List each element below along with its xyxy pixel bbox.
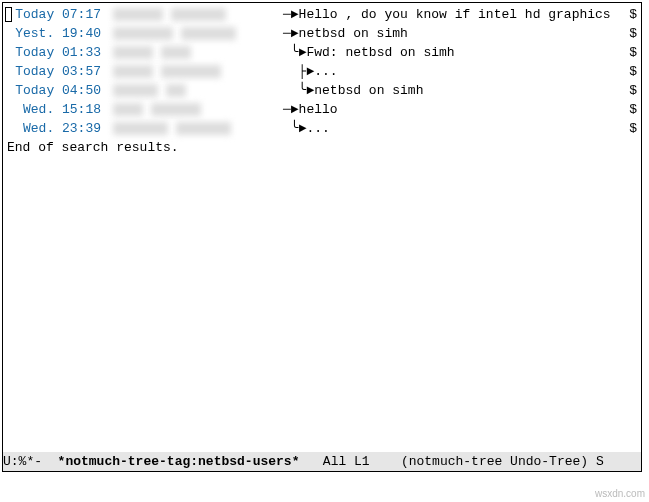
message-row[interactable]: Today 07:17 ─► Hello , do you know if in… [3, 5, 641, 24]
author [113, 5, 283, 24]
author [113, 119, 283, 138]
message-row[interactable]: Today 03:57 ├► ... $ [3, 62, 641, 81]
overflow-indicator: $ [629, 5, 637, 24]
subject: ... [306, 119, 641, 138]
datetime: Wed. 15:18 [3, 100, 113, 119]
message-row[interactable]: Wed. 15:18 ─► hello $ [3, 100, 641, 119]
thread-tree: ─► [283, 100, 299, 119]
message-row[interactable]: Today 04:50 ╰► netbsd on simh $ [3, 81, 641, 100]
message-row[interactable]: Yest. 19:40 ─► netbsd on simh $ [3, 24, 641, 43]
overflow-indicator: $ [629, 62, 637, 81]
subject: Hello , do you know if intel hd graphics [299, 5, 641, 24]
overflow-indicator: $ [629, 100, 637, 119]
subject: netbsd on simh [299, 24, 641, 43]
thread-tree: ─► [283, 24, 299, 43]
subject: hello [299, 100, 641, 119]
thread-tree: ├► [283, 62, 314, 81]
modeline-position: All L1 [299, 454, 400, 469]
datetime: Today 03:57 [3, 62, 113, 81]
datetime: Wed. 23:39 [3, 119, 113, 138]
end-of-results: End of search results. [3, 138, 641, 157]
subject: ... [314, 62, 641, 81]
subject: Fwd: netbsd on simh [306, 43, 641, 62]
overflow-indicator: $ [629, 24, 637, 43]
modeline-status: U:%*- [3, 454, 58, 469]
message-row[interactable]: Today 01:33 ╰► Fwd: netbsd on simh $ [3, 43, 641, 62]
overflow-indicator: $ [629, 43, 637, 62]
datetime: Today 01:33 [3, 43, 113, 62]
author [113, 43, 283, 62]
datetime: Yest. 19:40 [3, 24, 113, 43]
thread-tree: ╰► [283, 81, 314, 100]
author [113, 24, 283, 43]
datetime: Today 07:17 [3, 5, 113, 24]
thread-tree: ╰► [283, 43, 306, 62]
emacs-window: Today 07:17 ─► Hello , do you know if in… [2, 2, 642, 472]
thread-tree: ╰► [283, 119, 306, 138]
author [113, 100, 283, 119]
message-list[interactable]: Today 07:17 ─► Hello , do you know if in… [3, 3, 641, 451]
mode-line[interactable]: U:%*- *notmuch-tree-tag:netbsd-users* Al… [3, 452, 641, 471]
datetime: Today 04:50 [3, 81, 113, 100]
overflow-indicator: $ [629, 81, 637, 100]
message-row[interactable]: Wed. 23:39 ╰► ... $ [3, 119, 641, 138]
point-cursor [5, 7, 12, 22]
subject: netbsd on simh [314, 81, 641, 100]
author [113, 81, 283, 100]
overflow-indicator: $ [629, 119, 637, 138]
thread-tree: ─► [283, 5, 299, 24]
buffer-name: *notmuch-tree-tag:netbsd-users* [58, 454, 300, 469]
watermark: wsxdn.com [595, 488, 645, 499]
modeline-modes: (notmuch-tree Undo-Tree) S [401, 454, 604, 469]
author [113, 62, 283, 81]
